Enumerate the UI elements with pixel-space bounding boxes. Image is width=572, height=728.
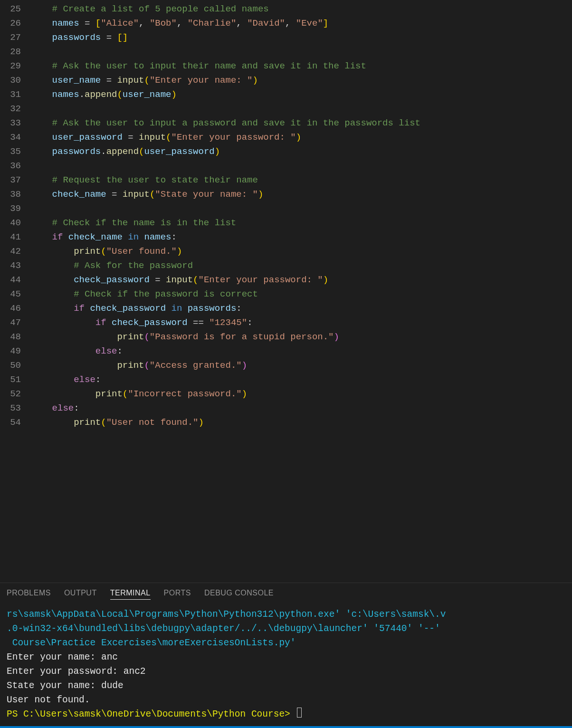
bottom-panel: PROBLEMSOUTPUTTERMINALPORTSDEBUG CONSOLE… — [0, 583, 572, 726]
code-line[interactable]: # Check if the password is correct — [30, 287, 572, 301]
status-bar — [0, 726, 572, 728]
terminal-line: Course\Practice Excercises\moreExercises… — [7, 636, 565, 650]
panel-tab-terminal[interactable]: TERMINAL — [110, 589, 151, 600]
code-line[interactable]: print("Password is for a stupid person."… — [30, 330, 572, 344]
code-line[interactable]: else: — [30, 344, 572, 358]
code-line[interactable]: # Request the user to state their name — [30, 173, 572, 187]
line-number: 40 — [0, 216, 21, 230]
panel-tab-output[interactable]: OUTPUT — [64, 589, 97, 600]
line-number: 38 — [0, 187, 21, 201]
line-number: 32 — [0, 102, 21, 116]
line-number: 37 — [0, 173, 21, 187]
line-number: 45 — [0, 287, 21, 301]
code-line[interactable]: # Create a list of 5 people called names — [30, 2, 572, 16]
terminal-line: State your name: dude — [7, 679, 565, 693]
code-line[interactable]: if check_password in passwords: — [30, 301, 572, 316]
panel-tab-ports[interactable]: PORTS — [164, 589, 191, 600]
line-number: 49 — [0, 344, 21, 358]
line-number: 53 — [0, 401, 21, 415]
code-line[interactable]: user_name = input("Enter your name: ") — [30, 73, 572, 87]
line-number: 33 — [0, 116, 21, 130]
line-number: 50 — [0, 358, 21, 373]
code-line[interactable]: print("User found.") — [30, 244, 572, 259]
line-number: 29 — [0, 59, 21, 73]
code-line[interactable]: passwords.append(user_password) — [30, 144, 572, 159]
code-line[interactable]: passwords = [] — [30, 30, 572, 45]
terminal-line: .0-win32-x64\bundled\libs\debugpy\adapte… — [7, 622, 565, 636]
panel-tab-problems[interactable]: PROBLEMS — [7, 589, 51, 600]
line-number: 39 — [0, 201, 21, 216]
code-line[interactable] — [30, 45, 572, 59]
line-number: 48 — [0, 330, 21, 344]
panel-tab-debug-console[interactable]: DEBUG CONSOLE — [204, 589, 274, 600]
code-line[interactable]: check_password = input("Enter your passw… — [30, 273, 572, 287]
line-number: 46 — [0, 301, 21, 316]
terminal-line: User not found. — [7, 693, 565, 707]
line-number: 27 — [0, 30, 21, 45]
terminal-line: Enter your password: anc2 — [7, 664, 565, 679]
code-line[interactable]: # Check if the name is in the list — [30, 216, 572, 230]
terminal-line: Enter your name: anc — [7, 650, 565, 664]
code-line[interactable]: names.append(user_name) — [30, 87, 572, 102]
code-line[interactable]: print("User not found.") — [30, 415, 572, 430]
code-line[interactable]: # Ask the user to input their name and s… — [30, 59, 572, 73]
line-number: 43 — [0, 259, 21, 273]
code-line[interactable]: else: — [30, 401, 572, 415]
code-line[interactable]: if check_password == "12345": — [30, 316, 572, 330]
line-number: 36 — [0, 159, 21, 173]
line-number: 31 — [0, 87, 21, 102]
code-line[interactable]: # Ask the user to input a password and s… — [30, 116, 572, 130]
code-line[interactable]: print("Access granted.") — [30, 358, 572, 373]
code-line[interactable]: else: — [30, 373, 572, 387]
line-number: 25 — [0, 2, 21, 16]
line-number-gutter: 2526272829303132333435363738394041424344… — [0, 0, 30, 583]
code-line[interactable]: user_password = input("Enter your passwo… — [30, 130, 572, 144]
code-area[interactable]: # Create a list of 5 people called names… — [30, 0, 572, 583]
code-line[interactable]: names = ["Alice", "Bob", "Charlie", "Dav… — [30, 16, 572, 30]
code-line[interactable]: print("Incorrect password.") — [30, 387, 572, 401]
line-number: 26 — [0, 16, 21, 30]
line-number: 30 — [0, 73, 21, 87]
line-number: 41 — [0, 230, 21, 244]
terminal-line: PS C:\Users\samsk\OneDrive\Documents\Pyt… — [7, 707, 565, 721]
line-number: 47 — [0, 316, 21, 330]
line-number: 42 — [0, 244, 21, 259]
code-line[interactable] — [30, 102, 572, 116]
code-line[interactable] — [30, 159, 572, 173]
code-editor[interactable]: 2526272829303132333435363738394041424344… — [0, 0, 572, 583]
line-number: 51 — [0, 373, 21, 387]
terminal-cursor — [297, 708, 302, 718]
code-line[interactable]: # Ask for the password — [30, 259, 572, 273]
code-line[interactable] — [30, 201, 572, 216]
line-number: 28 — [0, 45, 21, 59]
code-line[interactable]: check_name = input("State your name: ") — [30, 187, 572, 201]
line-number: 44 — [0, 273, 21, 287]
terminal-line: rs\samsk\AppData\Local\Programs\Python\P… — [7, 607, 565, 622]
code-line[interactable]: if check_name in names: — [30, 230, 572, 244]
line-number: 34 — [0, 130, 21, 144]
panel-tabs: PROBLEMSOUTPUTTERMINALPORTSDEBUG CONSOLE — [0, 583, 572, 604]
terminal-output[interactable]: rs\samsk\AppData\Local\Programs\Python\P… — [0, 604, 572, 726]
line-number: 54 — [0, 415, 21, 430]
line-number: 52 — [0, 387, 21, 401]
line-number: 35 — [0, 144, 21, 159]
